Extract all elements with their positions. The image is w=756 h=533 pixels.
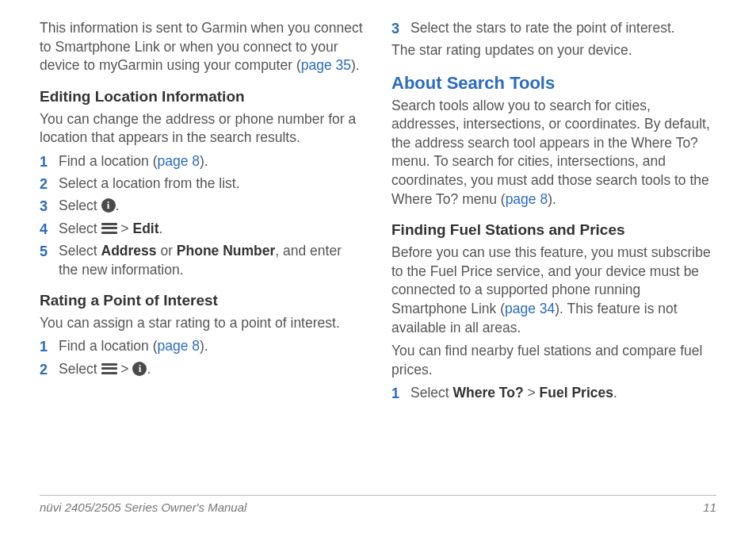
step-text: . [147,361,151,377]
about-search-tools-text: Search tools allow you to search for cit… [391,97,716,209]
edit-step-1: 1 Find a location (page 8). [40,152,365,171]
step-body: Select > Edit. [59,220,365,239]
fuel-intro: Before you can use this feature, you mus… [391,243,716,337]
rating-intro: You can assign a star rating to a point … [40,314,365,333]
fuel-intro-2: You can find nearby fuel stations and co… [391,342,716,379]
step-text: Find a location ( [59,338,158,354]
step-bold: Edit [132,220,158,236]
rating-result: The star rating updates on your device. [391,41,716,60]
right-column: 3 Select the stars to rate the point of … [391,19,716,407]
edit-step-3: 3 Select . [40,197,365,216]
step-text: > [524,385,540,401]
page-footer: nüvi 2405/2505 Series Owner's Manual 11 [40,495,716,514]
editing-steps: 1 Find a location (page 8). 2 Select a l… [40,152,365,279]
rating-steps: 1 Find a location (page 8). 2 Select > . [40,337,365,379]
link-page-8[interactable]: page 8 [506,191,548,207]
rate-step-3: 3 Select the stars to rate the point of … [391,19,716,38]
heading-fuel: Finding Fuel Stations and Prices [391,220,716,240]
step-text: . [116,197,120,213]
step-number: 4 [40,220,59,239]
step-text: Find a location ( [59,153,158,169]
step-bold: Phone Number [177,243,275,259]
step-bold: Address [101,243,157,259]
step-text: Select [59,361,101,377]
step-text: . [613,385,617,401]
step-text: ). [200,338,208,354]
step-text: > [117,220,133,236]
intro-text-b: ). [351,57,360,73]
footer-page-number: 11 [703,500,716,514]
left-column: This information is sent to Garmin when … [40,19,365,407]
rate-step-1: 1 Find a location (page 8). [40,337,365,356]
about-text: ). [548,191,556,207]
step-text: Select [59,243,101,259]
link-page-34[interactable]: page 34 [505,301,555,316]
info-icon [101,198,116,213]
footer-manual-title: nüvi 2405/2505 Series Owner's Manual [40,500,246,514]
step-body: Select > . [59,360,365,379]
step-body: Select the stars to rate the point of in… [410,19,716,38]
step-number: 1 [40,337,59,356]
edit-step-2: 2 Select a location from the list. [40,174,365,194]
manual-page: This information is sent to Garmin when … [0,0,756,533]
step-text: Select [59,220,101,236]
step-body: Find a location (page 8). [59,152,365,171]
step-body: Select Address or Phone Number, and ente… [59,242,365,279]
step-body: Select Where To? > Fuel Prices. [410,384,716,403]
link-page-35[interactable]: page 35 [301,57,351,73]
step-body: Select a location from the list. [59,174,365,194]
step-text: . [159,220,163,236]
intro-paragraph: This information is sent to Garmin when … [40,19,365,75]
step-bold: Where To? [453,385,524,401]
heading-rating-poi: Rating a Point of Interest [40,290,365,311]
link-page-8[interactable]: page 8 [158,153,200,169]
step-number: 5 [40,242,59,261]
info-icon [132,362,147,376]
heading-about-search-tools: About Search Tools [391,71,716,95]
two-column-layout: This information is sent to Garmin when … [40,19,716,407]
edit-step-5: 5 Select Address or Phone Number, and en… [40,242,365,279]
editing-intro: You can change the address or phone numb… [40,110,365,148]
menu-icon [101,223,117,234]
step-body: Select . [59,197,365,216]
edit-step-4: 4 Select > Edit. [40,220,365,239]
rate-step-2: 2 Select > . [40,360,365,379]
step-text: > [117,361,133,377]
step-text: or [157,243,177,259]
step-number: 3 [40,197,59,216]
step-body: Find a location (page 8). [59,337,365,356]
heading-editing-location: Editing Location Information [40,86,365,107]
step-bold: Fuel Prices [540,385,613,401]
step-number: 3 [391,19,410,38]
step-text: ). [200,153,208,169]
step-text: Select [59,197,101,213]
step-number: 2 [40,174,59,194]
step-number: 1 [391,384,410,403]
step-number: 1 [40,152,59,171]
step-number: 2 [40,360,59,379]
link-page-8[interactable]: page 8 [158,338,200,354]
fuel-steps: 1 Select Where To? > Fuel Prices. [391,384,716,403]
rating-steps-continued: 3 Select the stars to rate the point of … [391,19,716,38]
fuel-step-1: 1 Select Where To? > Fuel Prices. [391,384,716,403]
step-text: Select [410,385,453,401]
menu-icon [101,363,117,374]
